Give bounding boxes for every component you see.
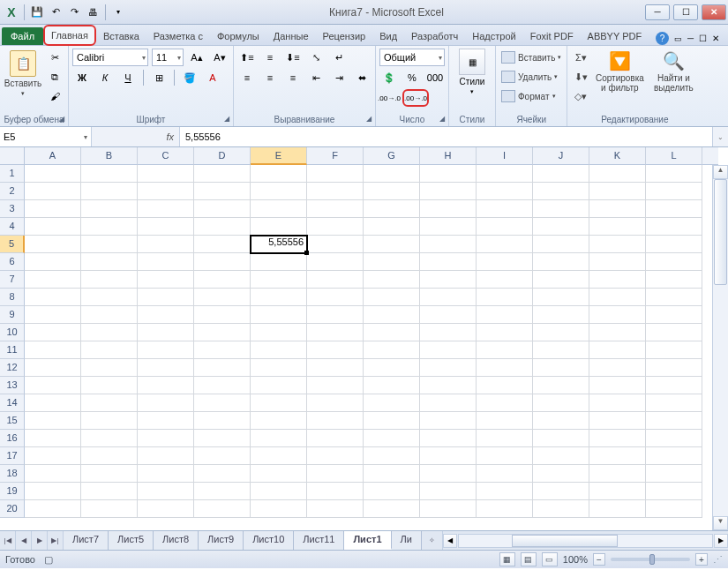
cell[interactable] — [138, 447, 194, 465]
increase-decimal-button[interactable]: .00→.0 — [379, 89, 399, 107]
cell[interactable] — [364, 394, 420, 412]
cell[interactable] — [533, 500, 589, 518]
cell[interactable] — [138, 483, 194, 500]
cell[interactable] — [251, 200, 307, 218]
format-cells-button[interactable]: Формат▾ — [499, 87, 558, 105]
cell[interactable] — [307, 218, 364, 236]
minimize-ribbon-icon[interactable]: ▭ — [674, 34, 682, 43]
row-header[interactable]: 2 — [0, 183, 25, 200]
align-top-button[interactable]: ⬆≡ — [237, 49, 257, 66]
row-header[interactable]: 12 — [0, 359, 25, 377]
cell[interactable] — [25, 377, 81, 394]
select-all-corner[interactable] — [0, 147, 25, 165]
cell[interactable] — [307, 447, 364, 465]
horizontal-scroll-thumb[interactable] — [512, 535, 618, 547]
cell[interactable] — [420, 430, 477, 447]
sheet-tab[interactable]: Лист8 — [154, 531, 199, 550]
cell[interactable] — [25, 324, 81, 341]
tab-layout[interactable]: Разметка с — [146, 26, 210, 45]
cell[interactable] — [138, 253, 194, 271]
cell[interactable] — [25, 394, 81, 412]
cell[interactable] — [307, 394, 364, 412]
cell[interactable] — [194, 465, 251, 483]
cell[interactable] — [420, 289, 477, 306]
tab-data[interactable]: Данные — [266, 26, 316, 45]
cell[interactable] — [589, 430, 646, 447]
cell[interactable] — [25, 500, 81, 518]
cell[interactable] — [589, 306, 646, 324]
percent-format-button[interactable]: % — [402, 69, 422, 86]
cell[interactable] — [25, 447, 81, 465]
sheet-tab[interactable]: Лист10 — [244, 531, 294, 550]
merge-button[interactable]: ⬌ — [352, 69, 372, 86]
column-header[interactable]: E — [251, 147, 307, 165]
cell[interactable] — [646, 500, 702, 518]
cell[interactable] — [646, 289, 702, 306]
cell[interactable] — [646, 236, 702, 253]
cell[interactable] — [251, 483, 307, 500]
cell[interactable] — [646, 412, 702, 430]
row-header[interactable]: 10 — [0, 324, 25, 341]
cell[interactable] — [251, 430, 307, 447]
page-break-view-button[interactable]: ▭ — [542, 552, 558, 566]
cell[interactable] — [477, 483, 533, 500]
cell[interactable] — [138, 165, 194, 183]
font-size-combo[interactable]: 11 — [152, 49, 184, 66]
cell[interactable] — [81, 500, 138, 518]
cell[interactable] — [81, 412, 138, 430]
cell[interactable] — [646, 306, 702, 324]
row-header[interactable]: 7 — [0, 271, 25, 289]
tab-view[interactable]: Вид — [372, 26, 404, 45]
row-header[interactable]: 18 — [0, 465, 25, 483]
cell[interactable] — [81, 253, 138, 271]
cell[interactable] — [533, 183, 589, 200]
cell[interactable] — [81, 394, 138, 412]
cell[interactable] — [533, 377, 589, 394]
cell[interactable] — [533, 483, 589, 500]
cell[interactable] — [477, 500, 533, 518]
scroll-up-button[interactable]: ▲ — [713, 165, 728, 179]
tab-review[interactable]: Рецензир — [316, 26, 373, 45]
cell[interactable] — [138, 236, 194, 253]
cell[interactable] — [589, 500, 646, 518]
cell[interactable] — [364, 341, 420, 359]
cell[interactable] — [364, 359, 420, 377]
column-header[interactable]: F — [307, 147, 364, 165]
cell[interactable] — [364, 183, 420, 200]
cell[interactable] — [646, 465, 702, 483]
accounting-format-button[interactable]: 💲 — [379, 69, 399, 86]
cell[interactable] — [138, 289, 194, 306]
zoom-thumb[interactable] — [649, 554, 655, 565]
align-middle-button[interactable]: ≡ — [260, 49, 280, 66]
cell[interactable] — [194, 236, 251, 253]
scroll-down-button[interactable]: ▼ — [713, 516, 728, 530]
cell[interactable] — [307, 465, 364, 483]
wrap-text-button[interactable]: ↵ — [329, 49, 349, 66]
row-header[interactable]: 1 — [0, 165, 25, 183]
cell[interactable] — [589, 200, 646, 218]
clear-button[interactable]: ◇▾ — [571, 87, 590, 105]
cell[interactable] — [81, 430, 138, 447]
row-header[interactable]: 8 — [0, 289, 25, 306]
cell[interactable] — [251, 218, 307, 236]
cell[interactable] — [646, 200, 702, 218]
cell[interactable] — [138, 500, 194, 518]
cell[interactable] — [420, 483, 477, 500]
comma-format-button[interactable]: 000 — [425, 69, 445, 86]
cell[interactable] — [138, 200, 194, 218]
cell[interactable] — [420, 324, 477, 341]
cell[interactable] — [194, 412, 251, 430]
tab-addins[interactable]: Надстрой — [465, 26, 522, 45]
print-icon[interactable]: 🖶 — [85, 4, 101, 20]
cell[interactable] — [364, 289, 420, 306]
cell[interactable] — [194, 289, 251, 306]
cell[interactable] — [307, 271, 364, 289]
cell[interactable] — [25, 183, 81, 200]
cell[interactable] — [477, 394, 533, 412]
paste-button[interactable]: 📋 Вставить ▾ — [4, 49, 42, 99]
cell[interactable] — [138, 465, 194, 483]
maximize-button[interactable]: ☐ — [673, 4, 698, 20]
cell[interactable] — [25, 289, 81, 306]
cell[interactable] — [81, 236, 138, 253]
cell[interactable] — [81, 200, 138, 218]
